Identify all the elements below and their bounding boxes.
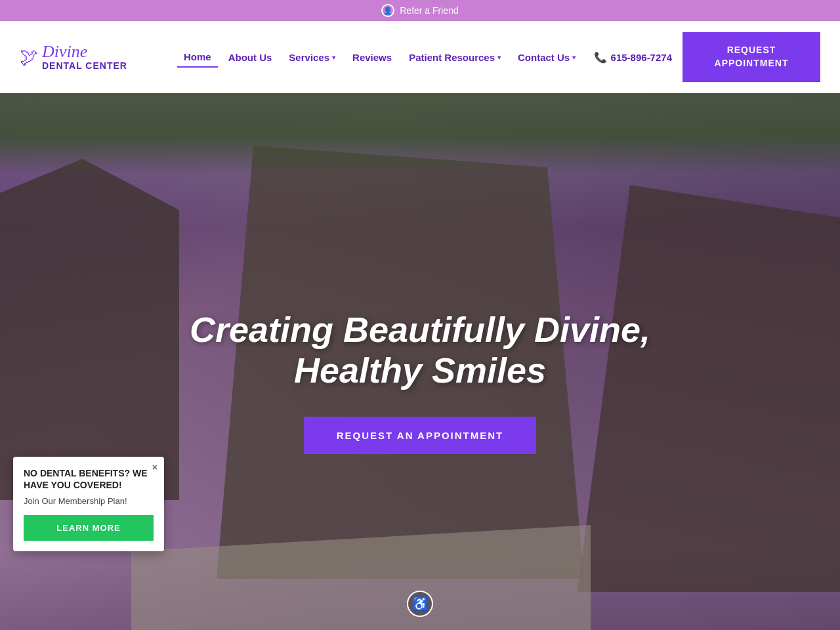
nav-reviews[interactable]: Reviews (346, 48, 398, 67)
header: 🕊 Divine DENTAL CENTER Home About Us Ser… (0, 21, 840, 93)
logo-area[interactable]: 🕊 Divine DENTAL CENTER (20, 43, 151, 72)
nav-home[interactable]: Home (177, 47, 218, 68)
logo-text: Divine DENTAL CENTER (42, 43, 127, 72)
accessibility-symbol: ♿ (412, 596, 429, 612)
accessibility-icon[interactable]: ♿ (407, 591, 433, 617)
refer-icon: 👤 (381, 4, 394, 17)
nav-contact-us[interactable]: Contact Us ▾ (511, 48, 582, 67)
phone-area[interactable]: 📞 615-896-7274 (594, 51, 672, 64)
refer-label[interactable]: Refer a Friend (400, 5, 458, 16)
popup-close-button[interactable]: × (152, 462, 158, 472)
top-bar: 👤 Refer a Friend (0, 0, 840, 21)
popup-subtitle: Join Our Membership Plan! (24, 496, 154, 506)
nav-services[interactable]: Services ▾ (282, 48, 342, 67)
nav-about-us[interactable]: About Us (222, 48, 279, 67)
main-nav: Home About Us Services ▾ Reviews Patient… (177, 47, 583, 68)
dove-icon: 🕊 (20, 46, 38, 68)
learn-more-button[interactable]: LEARN MORE (24, 515, 154, 541)
logo-divine: Divine (42, 43, 127, 60)
hero-section: Creating Beautifully Divine, Healthy Smi… (0, 93, 840, 630)
phone-icon: 📞 (594, 51, 607, 64)
hero-cta-button[interactable]: REQUEST AN APPOINTMENT (304, 417, 537, 454)
patient-resources-chevron-icon: ▾ (497, 54, 501, 61)
nav-patient-resources[interactable]: Patient Resources ▾ (402, 48, 507, 67)
membership-popup: × NO DENTAL BENEFITS? WE HAVE YOU COVERE… (13, 457, 164, 551)
contact-chevron-icon: ▾ (572, 54, 576, 61)
services-chevron-icon: ▾ (332, 54, 335, 61)
phone-number: 615-896-7274 (611, 52, 672, 63)
logo-dental: DENTAL CENTER (42, 60, 127, 72)
popup-title: NO DENTAL BENEFITS? WE HAVE YOU COVERED! (24, 467, 154, 491)
hero-title: Creating Beautifully Divine, Healthy Smi… (125, 309, 715, 390)
request-appointment-button[interactable]: REQUEST APPOINTMENT (682, 32, 820, 81)
